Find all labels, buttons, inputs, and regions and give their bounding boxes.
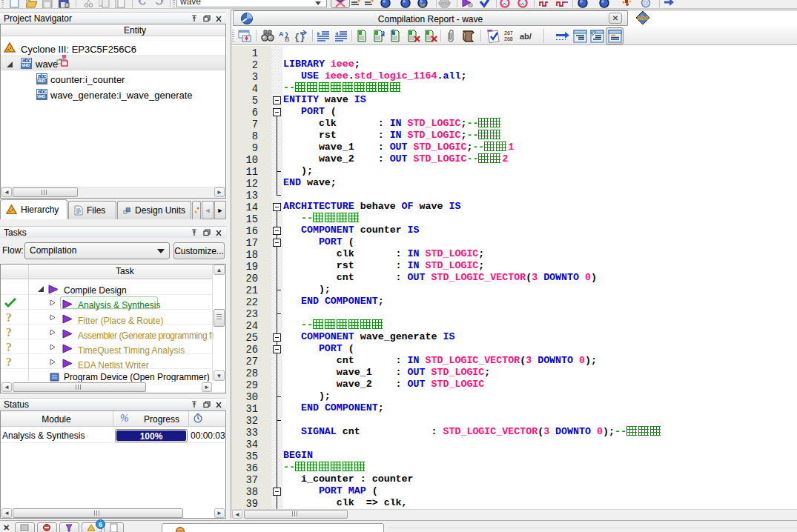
- svg-text:STOP: STOP: [440, 2, 449, 6]
- svg-text:abc: abc: [637, 14, 649, 21]
- svg-text:A: A: [279, 30, 284, 38]
- svg-text:B: B: [285, 36, 290, 42]
